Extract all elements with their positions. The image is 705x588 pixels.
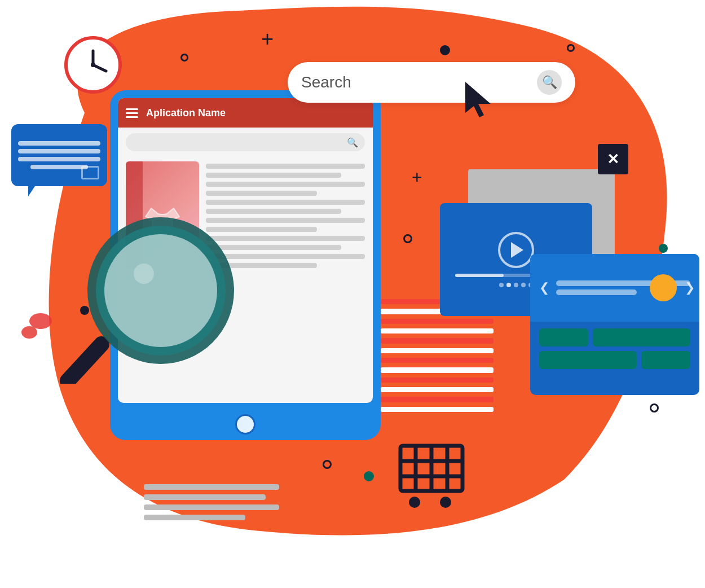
close-icon: ✕ (607, 151, 619, 168)
monitor-icon (81, 166, 99, 179)
speech-line-4 (30, 165, 88, 169)
dot-outline-2 (567, 44, 575, 52)
widget-card: ❮ ❯ (530, 254, 699, 395)
app-title: Aplication Name (146, 107, 226, 119)
widget-button-row-1 (539, 328, 690, 346)
widget-button-row-2 (539, 351, 690, 369)
tablet-search-icon: 🔍 (347, 137, 358, 148)
plus-sign-1: + (261, 28, 274, 50)
speech-line-3 (18, 157, 100, 161)
hamburger-menu-icon[interactable] (126, 108, 138, 118)
dot-solid-1 (440, 45, 450, 55)
plus-sign-2: + (412, 168, 422, 186)
dot-outline-1 (180, 54, 188, 62)
search-label: Search (301, 73, 351, 91)
dot-outline-5 (650, 403, 659, 413)
svg-point-17 (440, 497, 451, 508)
speech-bubble (11, 124, 107, 186)
dot-teal-1 (659, 244, 668, 253)
tablet-home-button[interactable] (235, 414, 255, 435)
tablet-search-bar[interactable]: 🔍 (126, 133, 365, 151)
blob-shape-2 (21, 326, 37, 339)
dot-teal-2 (364, 471, 374, 481)
bottom-text-lines (144, 484, 279, 520)
widget-button-1[interactable] (539, 328, 588, 346)
speech-line-1 (18, 141, 100, 146)
video-controls (499, 283, 533, 287)
svg-point-16 (409, 497, 420, 508)
widget-header: ❮ ❯ (530, 254, 699, 322)
widget-button-2[interactable] (593, 328, 690, 346)
widget-body (530, 322, 699, 376)
svg-point-3 (91, 63, 95, 67)
search-bar[interactable]: Search 🔍 (288, 62, 575, 103)
chevron-right-icon[interactable]: ❯ (685, 280, 695, 295)
play-button[interactable] (498, 232, 534, 268)
widget-button-3[interactable] (539, 351, 637, 369)
speech-line-2 (18, 149, 100, 153)
striped-block (381, 299, 493, 412)
illustration-scene: + + Aplication Name 🔍 (0, 0, 705, 588)
sun-icon (650, 274, 677, 301)
close-button[interactable]: ✕ (598, 144, 628, 174)
dot-outline-4 (323, 460, 332, 469)
dot-outline-3 (403, 234, 412, 243)
cursor-icon (462, 79, 496, 119)
chevron-left-icon[interactable]: ❮ (539, 280, 549, 295)
play-icon (511, 242, 523, 258)
widget-button-4[interactable] (641, 351, 690, 369)
magnifier-icon (56, 203, 237, 384)
shopping-cart-icon (395, 441, 468, 509)
svg-line-4 (68, 344, 102, 381)
search-icon: 🔍 (537, 70, 562, 95)
svg-point-7 (104, 234, 217, 347)
svg-marker-9 (465, 82, 491, 117)
clock-icon (62, 34, 124, 96)
svg-point-8 (134, 264, 154, 284)
